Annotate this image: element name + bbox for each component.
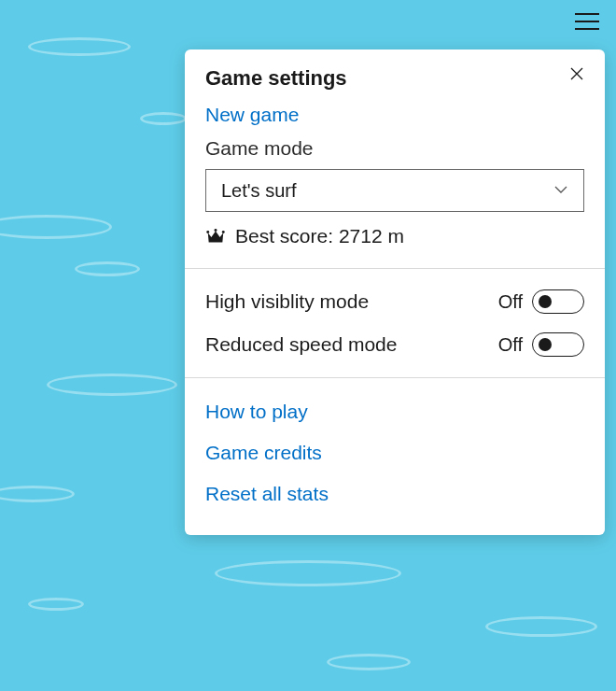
game-credits-link[interactable]: Game credits bbox=[205, 432, 584, 473]
game-mode-select[interactable]: Let's surf bbox=[205, 169, 584, 212]
best-score-text: Best score: 2712 m bbox=[235, 225, 404, 247]
panel-title: Game settings bbox=[205, 66, 584, 91]
menu-button[interactable] bbox=[575, 13, 599, 30]
svg-point-0 bbox=[206, 231, 209, 233]
settings-panel: Game settings New game Game mode Let's s… bbox=[185, 49, 605, 535]
svg-point-2 bbox=[222, 231, 225, 233]
best-score-row: Best score: 2712 m bbox=[205, 212, 584, 251]
high-visibility-label: High visiblity mode bbox=[205, 290, 369, 313]
high-visibility-toggle[interactable] bbox=[532, 289, 584, 314]
reset-stats-link[interactable]: Reset all stats bbox=[205, 473, 584, 515]
svg-point-1 bbox=[215, 229, 217, 232]
crown-icon bbox=[205, 226, 226, 247]
game-mode-value: Let's surf bbox=[221, 180, 297, 202]
close-button[interactable] bbox=[567, 66, 586, 85]
reduced-speed-toggle[interactable] bbox=[532, 332, 584, 357]
how-to-play-link[interactable]: How to play bbox=[205, 391, 584, 432]
reduced-speed-label: Reduced speed mode bbox=[205, 333, 397, 356]
new-game-link[interactable]: New game bbox=[205, 98, 584, 132]
reduced-speed-state: Off bbox=[498, 334, 523, 356]
high-visibility-state: Off bbox=[498, 291, 523, 313]
game-mode-label: Game mode bbox=[205, 132, 584, 169]
chevron-down-icon bbox=[553, 180, 568, 202]
close-icon bbox=[570, 67, 583, 84]
